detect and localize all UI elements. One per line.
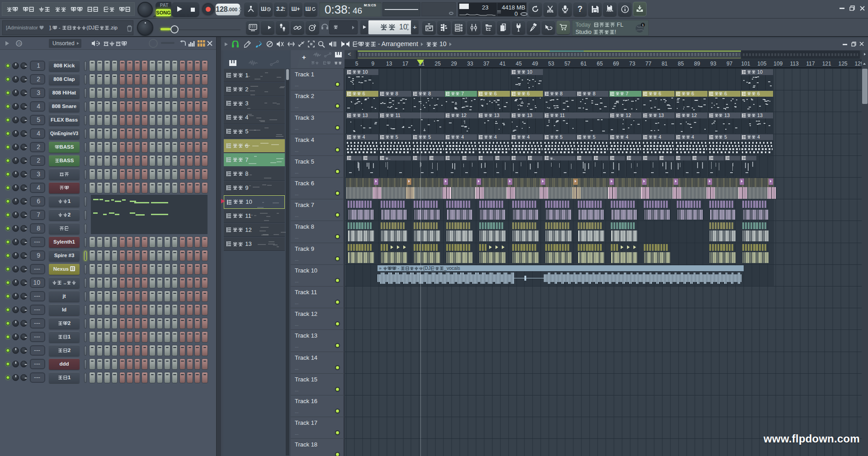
svg-text:15: 15 — [17, 42, 21, 45]
svg-text:1: 1 — [642, 23, 644, 27]
